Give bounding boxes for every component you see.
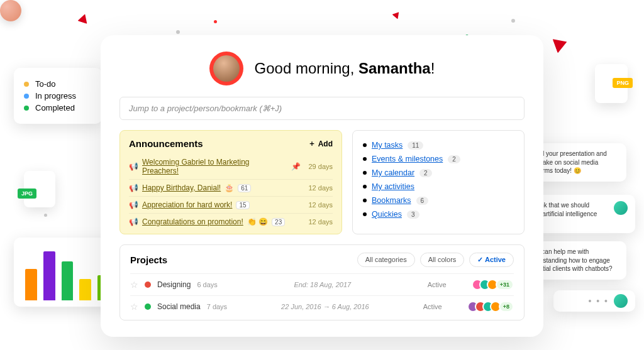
greeting-header: Good morning, Samantha! — [119, 52, 525, 85]
announcement-age: 12 days — [308, 218, 333, 226]
filter-categories[interactable]: All categories — [357, 253, 415, 267]
legend-dot-icon — [24, 106, 29, 111]
quicklink-label[interactable]: My activities — [372, 182, 414, 191]
quicklink-count-badge: 3 — [407, 211, 419, 219]
project-status: Active — [428, 281, 465, 288]
quicklink-bookmarks[interactable]: Bookmarks 6 — [363, 194, 514, 207]
png-tag: PNG — [613, 78, 633, 88]
project-dates: End: 18 Aug, 2017 — [224, 281, 421, 288]
announcement-item[interactable]: 📢 Happy Birthday, Danial! 🎂 61 12 days — [129, 179, 333, 196]
quicklink-label[interactable]: My calendar — [372, 168, 414, 177]
quicklink-label[interactable]: Events & milestones — [372, 155, 443, 163]
megaphone-icon: 📢 — [129, 183, 138, 192]
project-color-dot-icon — [145, 304, 151, 310]
status-legend-card: To-do In progress Completed — [14, 68, 102, 124]
project-age: 6 days — [197, 281, 217, 288]
greeting-name: Samantha — [358, 60, 431, 77]
greeting-text: Good morning, Samantha! — [255, 60, 435, 77]
project-row[interactable]: ☆ Designing 6 days End: 18 Aug, 2017 Act… — [130, 273, 514, 295]
dashboard-window: Good morning, Samantha! Jump to a projec… — [101, 35, 543, 337]
legend-dot-icon — [24, 82, 29, 87]
jpg-file-icon: JPG — [24, 171, 55, 207]
announcement-item[interactable]: 📢 Welcoming Gabriel to Marketing Preache… — [129, 154, 333, 179]
confetti-triangle — [392, 9, 402, 19]
announcement-item[interactable]: 📢 Appreciation for hard work! 15 12 days — [129, 196, 333, 213]
quicklink-count-badge: 2 — [448, 155, 460, 163]
legend-label: Completed — [35, 103, 75, 112]
announcements-panel: Announcements ＋ Add 📢 Welcoming Gabriel … — [119, 130, 342, 234]
star-icon[interactable]: ☆ — [130, 280, 138, 290]
member-more-badge: +31 — [496, 279, 514, 290]
typing-indicator-icon: • • • — [589, 295, 609, 307]
megaphone-icon: 📢 — [129, 217, 138, 226]
announcements-title: Announcements — [129, 138, 203, 149]
announcement-link[interactable]: Congratulations on promotion! — [142, 217, 243, 226]
project-status: Active — [423, 303, 461, 310]
announcement-age: 12 days — [308, 201, 333, 209]
announcement-age: 29 days — [308, 163, 333, 170]
filter-colors[interactable]: All colors — [420, 253, 465, 267]
bullet-icon — [363, 199, 367, 202]
quicklink-events[interactable]: Events & milestones 2 — [363, 152, 514, 166]
bar-icon — [43, 251, 55, 300]
quicklink-label[interactable]: Quickies — [372, 210, 402, 219]
bullet-icon — [363, 212, 367, 216]
bar-icon — [25, 269, 37, 300]
project-name[interactable]: Social media — [157, 302, 201, 311]
greeting-prefix: Good morning, — [255, 60, 358, 77]
add-announcement-button[interactable]: ＋ Add — [308, 138, 333, 149]
announcement-item[interactable]: 📢 Congratulations on promotion! 👏 😄 23 1… — [129, 213, 333, 230]
emoji-icon: 🎂 — [225, 183, 234, 192]
quicklink-activities[interactable]: My activities — [363, 180, 514, 194]
quicklink-calendar[interactable]: My calendar 2 — [363, 166, 514, 180]
star-icon[interactable]: ☆ — [130, 302, 138, 312]
announcement-link[interactable]: Welcoming Gabriel to Marketing Preachers… — [142, 158, 287, 175]
quicklink-count-badge: 6 — [416, 197, 429, 205]
confetti-dot — [511, 19, 515, 23]
plus-icon: ＋ — [308, 138, 316, 149]
announcement-link[interactable]: Happy Birthday, Danial! — [142, 183, 221, 192]
reaction-count-badge: 23 — [272, 218, 285, 226]
project-members[interactable]: +31 — [472, 279, 514, 290]
project-dates: 22 Jun, 2016 → 6 Aug, 2016 — [233, 303, 417, 310]
bullet-icon — [363, 143, 367, 147]
project-name[interactable]: Designing — [157, 280, 191, 289]
quicklink-count-badge: 11 — [408, 141, 423, 150]
legend-label: To-do — [35, 79, 56, 89]
quicklink-my-tasks[interactable]: My tasks 11 — [363, 138, 514, 152]
user-avatar[interactable] — [209, 52, 243, 85]
member-more-badge: +8 — [499, 301, 514, 312]
projects-panel: Projects All categories All colors Activ… — [119, 244, 525, 320]
quicklink-label[interactable]: Bookmarks — [372, 196, 411, 205]
legend-dot-icon — [24, 94, 29, 99]
megaphone-icon: 📢 — [129, 200, 138, 209]
project-age: 7 days — [207, 303, 227, 310]
quicklink-label[interactable]: My tasks — [372, 141, 402, 150]
filter-active[interactable]: Active — [469, 253, 514, 267]
add-label: Add — [318, 139, 333, 148]
confetti-dot — [44, 214, 47, 217]
chat-typing-bubble: • • • — [553, 290, 635, 312]
megaphone-icon: 📢 — [129, 162, 138, 171]
bullet-icon — [363, 185, 367, 189]
project-row[interactable]: ☆ Social media 7 days 22 Jun, 2016 → 6 A… — [130, 295, 514, 317]
bar-icon — [79, 279, 91, 300]
emoji-icon: 👏 😄 — [247, 217, 268, 226]
floating-avatar — [0, 0, 21, 21]
quicklinks-panel: My tasks 11 Events & milestones 2 My cal… — [352, 130, 525, 234]
jump-search-input[interactable]: Jump to a project/person/bookmark (⌘+J) — [119, 97, 525, 120]
bullet-icon — [363, 157, 367, 161]
confetti-triangle — [552, 35, 569, 53]
project-members[interactable]: +8 — [467, 301, 514, 312]
confetti-triangle — [77, 13, 90, 24]
legend-item-todo: To-do — [24, 79, 92, 89]
confetti-dot — [176, 30, 180, 34]
quicklink-quickies[interactable]: Quickies 3 — [363, 207, 514, 221]
pin-icon: 📌 — [291, 162, 301, 171]
project-color-dot-icon — [145, 282, 151, 288]
reaction-count-badge: 61 — [238, 184, 251, 192]
project-filters: All categories All colors Active — [357, 253, 514, 267]
quicklink-count-badge: 2 — [419, 169, 432, 177]
png-file-icon: PNG — [595, 64, 628, 103]
announcement-link[interactable]: Appreciation for hard work! — [142, 200, 232, 209]
